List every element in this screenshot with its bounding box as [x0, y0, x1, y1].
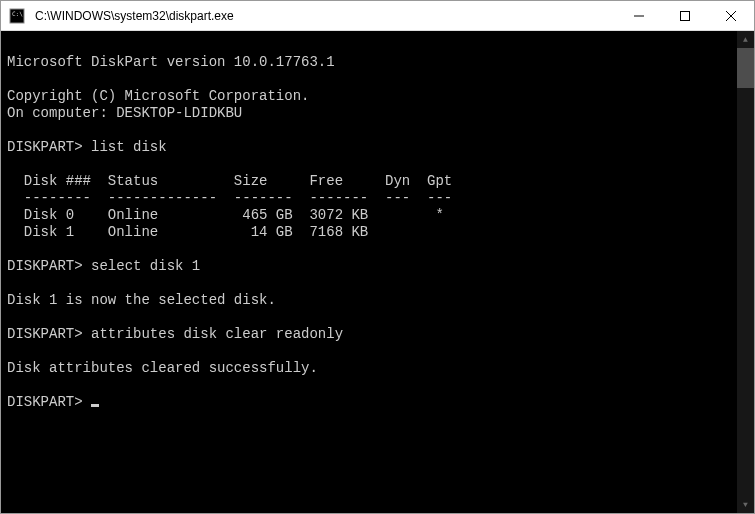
command-text: attributes disk clear readonly: [91, 326, 343, 342]
table-header: Disk ### Status Size Free Dyn Gpt: [7, 173, 452, 189]
app-icon: C:\: [9, 8, 25, 24]
prompt: DISKPART>: [7, 139, 83, 155]
prompt: DISKPART>: [7, 394, 83, 410]
svg-text:C:\: C:\: [12, 10, 23, 17]
window-title: C:\WINDOWS\system32\diskpart.exe: [33, 9, 616, 23]
command-text: list disk: [91, 139, 167, 155]
prompt: DISKPART>: [7, 258, 83, 274]
console-area[interactable]: Microsoft DiskPart version 10.0.17763.1 …: [1, 31, 754, 513]
svg-rect-3: [681, 11, 690, 20]
text-cursor: [91, 404, 99, 407]
scrollbar-track[interactable]: ▲ ▼: [737, 31, 754, 513]
console-line: Copyright (C) Microsoft Corporation.: [7, 88, 309, 104]
minimize-button[interactable]: [616, 1, 662, 30]
scrollbar-thumb[interactable]: [737, 48, 754, 88]
maximize-button[interactable]: [662, 1, 708, 30]
response-text: Disk 1 is now the selected disk.: [7, 292, 276, 308]
scroll-down-arrow[interactable]: ▼: [737, 496, 754, 513]
command-text: select disk 1: [91, 258, 200, 274]
window-controls: [616, 1, 754, 30]
table-row: Disk 0 Online 465 GB 3072 KB *: [7, 207, 444, 223]
scroll-up-arrow[interactable]: ▲: [737, 31, 754, 48]
close-button[interactable]: [708, 1, 754, 30]
prompt: DISKPART>: [7, 326, 83, 342]
table-divider: -------- ------------- ------- ------- -…: [7, 190, 452, 206]
console-line: Microsoft DiskPart version 10.0.17763.1: [7, 54, 335, 70]
table-row: Disk 1 Online 14 GB 7168 KB: [7, 224, 368, 240]
console-line: On computer: DESKTOP-LDIDKBU: [7, 105, 242, 121]
response-text: Disk attributes cleared successfully.: [7, 360, 318, 376]
titlebar[interactable]: C:\ C:\WINDOWS\system32\diskpart.exe: [1, 1, 754, 31]
